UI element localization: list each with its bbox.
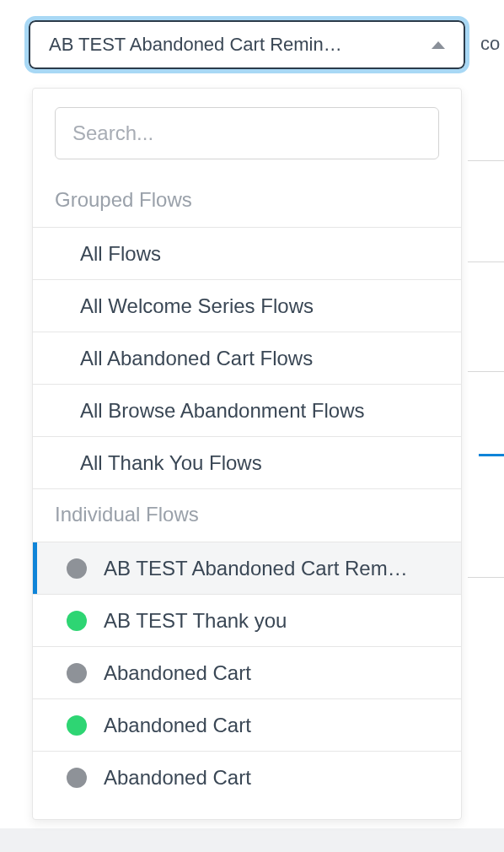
trailing-text: co (480, 33, 500, 55)
option-all-thank-you[interactable]: All Thank You Flows (33, 437, 461, 489)
option-label: Abandoned Cart (104, 766, 251, 790)
option-abandoned-cart-1[interactable]: Abandoned Cart (33, 647, 461, 699)
option-all-welcome-series[interactable]: All Welcome Series Flows (33, 280, 461, 332)
option-abandoned-cart-2[interactable]: Abandoned Cart (33, 699, 461, 752)
status-dot-icon (67, 611, 87, 631)
chevron-up-icon (432, 41, 445, 49)
flow-select-trigger[interactable]: AB TEST Abandoned Cart Remin… (29, 20, 465, 69)
flow-select-label: AB TEST Abandoned Cart Remin… (49, 34, 423, 56)
status-dot-icon (67, 663, 87, 683)
flow-dropdown-panel: Grouped Flows All Flows All Welcome Seri… (32, 88, 462, 820)
option-ab-test-thank-you[interactable]: AB TEST Thank you (33, 595, 461, 647)
option-ab-test-abandoned-cart[interactable]: AB TEST Abandoned Cart Rem… (33, 542, 461, 595)
option-abandoned-cart-3[interactable]: Abandoned Cart (33, 752, 461, 804)
status-dot-icon (67, 715, 87, 736)
option-label: All Flows (80, 242, 161, 266)
option-label: All Abandoned Cart Flows (80, 347, 313, 370)
status-dot-icon (67, 768, 87, 788)
status-dot-icon (67, 558, 87, 579)
search-input[interactable] (55, 107, 439, 159)
option-all-flows[interactable]: All Flows (33, 228, 461, 280)
section-header-individual: Individual Flows (33, 489, 461, 542)
bottom-bar (0, 828, 504, 852)
option-label: All Welcome Series Flows (80, 294, 314, 318)
option-all-abandoned-cart[interactable]: All Abandoned Cart Flows (33, 332, 461, 385)
option-label: All Browse Abandonment Flows (80, 399, 365, 423)
search-wrap (33, 89, 461, 175)
option-label: All Thank You Flows (80, 451, 262, 475)
section-header-grouped: Grouped Flows (33, 175, 461, 228)
option-label: AB TEST Thank you (104, 609, 287, 633)
option-label: Abandoned Cart (104, 661, 251, 685)
option-label: Abandoned Cart (104, 714, 251, 737)
option-all-browse-abandonment[interactable]: All Browse Abandonment Flows (33, 385, 461, 437)
option-label: AB TEST Abandoned Cart Rem… (104, 557, 408, 580)
